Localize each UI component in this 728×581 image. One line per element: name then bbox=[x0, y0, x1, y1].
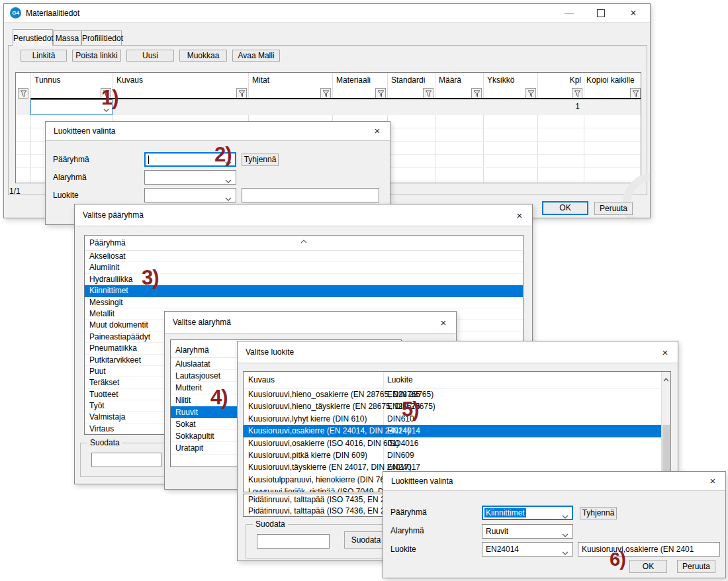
row1-kpl-value: 1 bbox=[537, 102, 580, 111]
kuvaus-cell: Levyruuvi,lieriök, ristipää (ISO 7049, D… bbox=[248, 486, 398, 492]
maximize-icon[interactable] bbox=[585, 4, 617, 22]
kuvaus-cell: Kuusioruuvi,osakierre (EN 24014, DIN 240… bbox=[248, 425, 410, 437]
alaryhma-combobox[interactable]: Ruuvit bbox=[482, 524, 573, 539]
list-item[interactable]: Messingit bbox=[85, 297, 523, 308]
suodata-input[interactable] bbox=[257, 534, 330, 549]
paaryhma-combobox[interactable]: Kiinnittimet bbox=[482, 506, 573, 520]
funnel-icon bbox=[574, 90, 581, 97]
filter-funnel-button[interactable] bbox=[471, 88, 482, 99]
tab-strip: Perustiedot Massa Profiilitiedot bbox=[4, 30, 650, 46]
funnel-icon bbox=[20, 90, 27, 97]
luokite-description-field[interactable]: Kuusioruuvi,osakierre (EN 2401 bbox=[578, 542, 720, 557]
col-header-maara[interactable]: Määrä bbox=[439, 75, 461, 85]
minimize-button[interactable]: — bbox=[553, 4, 585, 22]
cancel-button[interactable]: Peruuta bbox=[594, 202, 633, 215]
close-icon[interactable]: × bbox=[436, 317, 451, 329]
annotation-step-1: 1) bbox=[101, 87, 118, 108]
paaryhma-value: Kiinnittimet bbox=[484, 508, 526, 517]
table-row[interactable]: Kuusioruuvi,osakierre (ISO 4016, DIN 601… bbox=[244, 437, 670, 449]
alaryhma-combobox[interactable] bbox=[144, 170, 236, 185]
table-row[interactable]: Kuusioruuvi,hieno_osakierre (EN 28765, D… bbox=[244, 388, 670, 400]
col-header-yksikko[interactable]: Yksikkö bbox=[487, 75, 514, 85]
filter-funnel-button[interactable] bbox=[375, 88, 386, 99]
col-header-luokite[interactable]: Luokite bbox=[387, 372, 413, 388]
linkita-button[interactable]: Linkitä bbox=[21, 50, 67, 62]
filter-funnel-button[interactable] bbox=[525, 88, 536, 99]
table-row[interactable]: Pidätinruuvi, talttapää (ISO 7435, EN 27… bbox=[244, 494, 384, 506]
table-row-selected[interactable]: Kuusioruuvi,osakierre (EN 24014, DIN 240… bbox=[244, 425, 663, 437]
annotation-step-3: 3) bbox=[142, 267, 159, 288]
tab-profiilitiedot[interactable]: Profiilitiedot bbox=[81, 30, 122, 46]
col-header-materiaali[interactable]: Materiaali bbox=[336, 75, 371, 85]
filter-funnel-button[interactable] bbox=[630, 88, 641, 99]
suodata-group: Suodata Suodata bbox=[246, 524, 404, 559]
close-icon[interactable]: × bbox=[705, 475, 720, 487]
funnel-icon bbox=[322, 90, 330, 97]
col-header-kuvaus[interactable]: Kuvaus bbox=[116, 75, 143, 85]
luokite-combobox[interactable] bbox=[144, 188, 236, 202]
funnel-icon bbox=[527, 90, 535, 97]
dialog1-title: Luokitteen valinta bbox=[54, 126, 115, 136]
dialog3-title: Valitse alaryhmä bbox=[173, 318, 231, 327]
luokite-list-overflow: Pidätinruuvi, talttapää (ISO 7435, EN 27… bbox=[243, 494, 385, 517]
tunnus-edit-cell[interactable] bbox=[30, 99, 113, 115]
ok-button[interactable]: OK bbox=[542, 201, 588, 215]
chevron-down-icon[interactable] bbox=[562, 548, 569, 557]
chevron-down-icon[interactable] bbox=[225, 194, 232, 203]
col-header-mitat[interactable]: Mitat bbox=[252, 75, 269, 85]
app-logo-icon: G4 bbox=[10, 7, 21, 19]
luokite-combobox[interactable]: EN24014 bbox=[482, 542, 573, 557]
poista-linkki-button[interactable]: Poista linkki bbox=[72, 50, 121, 62]
filter-funnel-button[interactable] bbox=[18, 88, 28, 99]
cancel-button[interactable]: Peruuta bbox=[677, 560, 715, 573]
col-header-tunnus[interactable]: Tunnus bbox=[34, 75, 61, 85]
avaa-malli-button[interactable]: Avaa Malli bbox=[232, 50, 280, 62]
sort-up-icon[interactable] bbox=[300, 236, 307, 246]
filter-funnel-button[interactable] bbox=[572, 88, 582, 99]
scroll-up-icon[interactable] bbox=[663, 375, 669, 384]
tyhjenna-button[interactable]: Tyhjennä bbox=[580, 507, 617, 519]
chevron-down-icon[interactable] bbox=[562, 512, 569, 521]
luokite-cell: ISO4016 bbox=[387, 437, 418, 449]
dialog-luokitteen-valinta-2: Luokitteen valinta × Pääryhmä Kiinnittim… bbox=[383, 471, 726, 578]
alaryhma-value: Ruuvit bbox=[486, 527, 508, 536]
annotation-step-4: 4) bbox=[210, 387, 228, 408]
table-row[interactable]: Kuusioruuvi,lyhyt kierre (DIN 610)DIN610 bbox=[244, 413, 670, 425]
tab-massa[interactable]: Massa bbox=[53, 30, 81, 46]
close-icon[interactable]: × bbox=[658, 347, 672, 359]
funnel-icon bbox=[425, 90, 432, 97]
close-icon[interactable]: × bbox=[617, 4, 650, 22]
ok-button[interactable]: OK bbox=[629, 560, 667, 573]
luokite-label: Luokite bbox=[53, 191, 79, 200]
table-row[interactable]: Kuusioruuvi,pitkä kierre (DIN 609)DIN609 bbox=[244, 449, 670, 461]
dialog4-titlebar: Valitse luokite × bbox=[238, 341, 678, 363]
annotation-step-6: 6) bbox=[610, 550, 625, 569]
dialog3-titlebar: Valitse alaryhmä × bbox=[165, 312, 456, 334]
suodata-input[interactable] bbox=[91, 453, 161, 467]
tab-perustiedot[interactable]: Perustiedot bbox=[13, 29, 53, 46]
table-row[interactable]: Pidätinruuvi, talttapää (ISO 7436, EN 27… bbox=[244, 506, 384, 517]
alaryhma-label: Alaryhmä bbox=[390, 526, 424, 535]
filter-funnel-button[interactable] bbox=[236, 88, 247, 99]
col-header-kopioi-kaikille[interactable]: Kopioi kaikille bbox=[586, 75, 635, 85]
maximize-glyph bbox=[597, 9, 605, 17]
filter-funnel-button[interactable] bbox=[320, 88, 331, 99]
close-icon[interactable]: × bbox=[512, 210, 527, 222]
chevron-down-icon[interactable] bbox=[562, 530, 569, 539]
table-row[interactable]: Kuusioruuvi,hieno_täyskierre (EN 28675, … bbox=[244, 400, 670, 412]
col-header-kpl[interactable]: Kpl bbox=[537, 75, 581, 85]
close-icon[interactable]: × bbox=[370, 125, 385, 137]
chevron-down-icon[interactable] bbox=[225, 176, 232, 185]
funnel-icon bbox=[473, 90, 480, 97]
suodata-button[interactable]: Suodata bbox=[344, 531, 388, 549]
list-item[interactable]: Akseliosat bbox=[85, 251, 523, 262]
uusi-button[interactable]: Uusi bbox=[126, 50, 174, 62]
muokkaa-button[interactable]: Muokkaa bbox=[179, 50, 227, 62]
pager-label: 1/1 bbox=[9, 187, 21, 196]
luokite-description-field[interactable] bbox=[242, 188, 379, 202]
filter-funnel-button[interactable] bbox=[423, 88, 433, 99]
tyhjenna-button[interactable]: Tyhjennä bbox=[242, 154, 279, 166]
col-header-kuvaus[interactable]: Kuvaus bbox=[248, 372, 275, 388]
dialog5-title: Luokitteen valinta bbox=[391, 476, 453, 486]
col-header-standardi[interactable]: Standardi bbox=[391, 75, 425, 85]
